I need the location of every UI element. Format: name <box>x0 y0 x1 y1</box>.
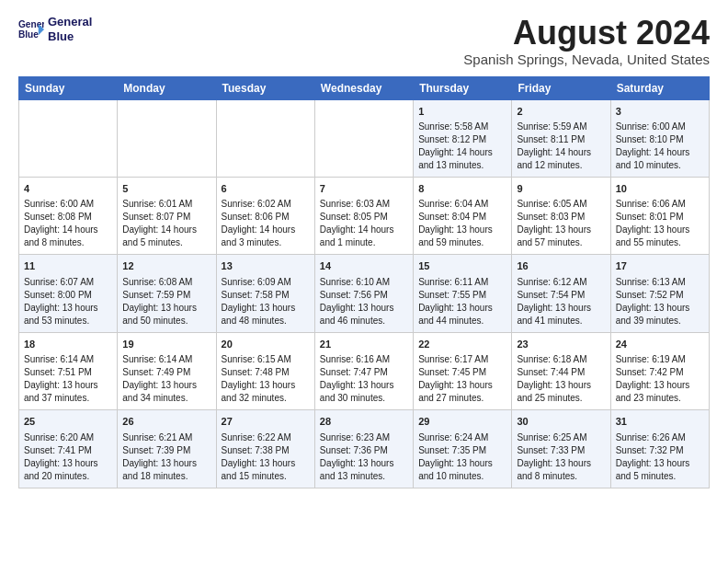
day-info: Sunrise: 6:03 AM <box>320 198 408 211</box>
day-number: 8 <box>418 182 506 196</box>
day-info: Sunset: 8:00 PM <box>24 289 112 302</box>
day-info: and 39 minutes. <box>616 315 704 327</box>
calendar-cell: 6Sunrise: 6:02 AMSunset: 8:06 PMDaylight… <box>216 177 314 254</box>
day-info: and 5 minutes. <box>122 236 210 249</box>
day-info: and 53 minutes. <box>24 315 112 327</box>
day-info: Daylight: 13 hours <box>320 457 408 470</box>
calendar-cell: 28Sunrise: 6:23 AMSunset: 7:36 PMDayligh… <box>314 410 413 488</box>
day-info: and 5 minutes. <box>616 470 704 483</box>
day-info: Sunset: 7:41 PM <box>24 444 112 457</box>
day-info: and 25 minutes. <box>517 392 605 405</box>
weekday-header-thursday: Thursday <box>414 76 512 99</box>
day-info: Daylight: 13 hours <box>517 457 605 470</box>
day-number: 30 <box>517 415 605 429</box>
day-info: Sunrise: 6:21 AM <box>122 431 210 444</box>
day-info: and 55 minutes. <box>616 236 704 249</box>
calendar-cell: 15Sunrise: 6:11 AMSunset: 7:55 PMDayligh… <box>414 255 512 332</box>
day-info: Sunset: 8:07 PM <box>122 211 210 224</box>
day-info: Daylight: 13 hours <box>418 457 506 470</box>
day-number: 28 <box>320 415 408 429</box>
day-info: Daylight: 13 hours <box>418 224 506 236</box>
day-info: Sunrise: 6:09 AM <box>222 276 310 289</box>
week-row-4: 18Sunrise: 6:14 AMSunset: 7:51 PMDayligh… <box>19 332 710 409</box>
day-info: Sunrise: 6:07 AM <box>24 276 112 289</box>
day-info: and 15 minutes. <box>222 470 310 483</box>
day-number: 26 <box>122 415 210 429</box>
day-info: Daylight: 13 hours <box>24 457 112 470</box>
day-info: Sunrise: 6:19 AM <box>616 353 704 366</box>
day-info: Sunrise: 6:10 AM <box>320 276 408 289</box>
day-info: and 32 minutes. <box>222 392 310 405</box>
day-info: Daylight: 14 hours <box>616 146 704 159</box>
weekday-header-monday: Monday <box>118 76 216 99</box>
day-info: and 41 minutes. <box>517 315 605 327</box>
calendar-cell: 8Sunrise: 6:04 AMSunset: 8:04 PMDaylight… <box>414 177 512 254</box>
calendar-cell: 22Sunrise: 6:17 AMSunset: 7:45 PMDayligh… <box>414 332 512 409</box>
calendar-cell: 14Sunrise: 6:10 AMSunset: 7:56 PMDayligh… <box>314 255 413 332</box>
day-info: and 1 minute. <box>320 236 408 249</box>
day-number: 16 <box>517 259 605 273</box>
day-number: 31 <box>616 415 704 429</box>
day-info: Sunset: 7:42 PM <box>616 366 704 379</box>
day-info: Sunrise: 6:15 AM <box>222 353 310 366</box>
calendar-cell: 4Sunrise: 6:00 AMSunset: 8:08 PMDaylight… <box>19 177 118 254</box>
logo-icon: General Blue <box>18 17 44 42</box>
calendar-cell: 23Sunrise: 6:18 AMSunset: 7:44 PMDayligh… <box>512 332 610 409</box>
calendar-cell: 27Sunrise: 6:22 AMSunset: 7:38 PMDayligh… <box>216 410 314 488</box>
day-info: and 8 minutes. <box>517 470 605 483</box>
day-info: Sunrise: 6:20 AM <box>24 431 112 444</box>
calendar-table: SundayMondayTuesdayWednesdayThursdayFrid… <box>18 76 710 488</box>
day-info: Daylight: 13 hours <box>24 302 112 315</box>
week-row-2: 4Sunrise: 6:00 AMSunset: 8:08 PMDaylight… <box>19 177 710 254</box>
day-info: and 10 minutes. <box>616 159 704 172</box>
calendar-cell: 24Sunrise: 6:19 AMSunset: 7:42 PMDayligh… <box>610 332 709 409</box>
page-header: General Blue General Blue August 2024 Sp… <box>18 15 710 67</box>
calendar-cell <box>216 99 314 177</box>
day-info: and 46 minutes. <box>320 315 408 327</box>
day-number: 25 <box>24 415 112 429</box>
day-info: Daylight: 13 hours <box>418 302 506 315</box>
day-info: Sunset: 7:59 PM <box>122 289 210 302</box>
day-info: Sunset: 7:48 PM <box>222 366 310 379</box>
month-title: August 2024 <box>463 15 710 52</box>
calendar-cell: 31Sunrise: 6:26 AMSunset: 7:32 PMDayligh… <box>610 410 709 488</box>
day-info: Sunset: 7:47 PM <box>320 366 408 379</box>
day-info: Daylight: 13 hours <box>222 302 310 315</box>
day-info: Sunset: 7:49 PM <box>122 366 210 379</box>
day-number: 6 <box>222 182 310 196</box>
day-info: Sunrise: 6:12 AM <box>517 276 605 289</box>
day-info: Sunrise: 6:23 AM <box>320 431 408 444</box>
calendar-cell: 7Sunrise: 6:03 AMSunset: 8:05 PMDaylight… <box>314 177 413 254</box>
day-info: Sunset: 8:01 PM <box>616 211 704 224</box>
calendar-cell: 10Sunrise: 6:06 AMSunset: 8:01 PMDayligh… <box>610 177 709 254</box>
day-info: Sunset: 7:44 PM <box>517 366 605 379</box>
day-info: Sunset: 7:39 PM <box>122 444 210 457</box>
calendar-cell <box>19 99 118 177</box>
logo-text-line1: General <box>48 15 92 29</box>
day-info: and 20 minutes. <box>24 470 112 483</box>
day-info: Daylight: 13 hours <box>320 379 408 392</box>
logo: General Blue General Blue <box>18 15 92 43</box>
day-number: 3 <box>616 105 704 119</box>
day-info: Sunset: 7:58 PM <box>222 289 310 302</box>
calendar-cell: 30Sunrise: 6:25 AMSunset: 7:33 PMDayligh… <box>512 410 610 488</box>
day-info: Sunrise: 6:11 AM <box>418 276 506 289</box>
day-info: Sunrise: 6:01 AM <box>122 198 210 211</box>
day-number: 10 <box>616 182 704 196</box>
calendar-cell: 12Sunrise: 6:08 AMSunset: 7:59 PMDayligh… <box>118 255 216 332</box>
calendar-cell: 20Sunrise: 6:15 AMSunset: 7:48 PMDayligh… <box>216 332 314 409</box>
day-info: Sunrise: 6:02 AM <box>222 198 310 211</box>
day-info: Daylight: 13 hours <box>616 224 704 236</box>
day-number: 2 <box>517 105 605 119</box>
calendar-cell: 16Sunrise: 6:12 AMSunset: 7:54 PMDayligh… <box>512 255 610 332</box>
day-info: and 37 minutes. <box>24 392 112 405</box>
day-info: and 48 minutes. <box>222 315 310 327</box>
week-row-5: 25Sunrise: 6:20 AMSunset: 7:41 PMDayligh… <box>19 410 710 488</box>
day-info: Sunrise: 6:00 AM <box>24 198 112 211</box>
day-info: Daylight: 13 hours <box>122 302 210 315</box>
day-info: and 59 minutes. <box>418 236 506 249</box>
day-info: Daylight: 14 hours <box>122 224 210 236</box>
day-number: 14 <box>320 259 408 273</box>
day-info: Sunrise: 6:14 AM <box>122 353 210 366</box>
day-info: Sunset: 8:04 PM <box>418 211 506 224</box>
